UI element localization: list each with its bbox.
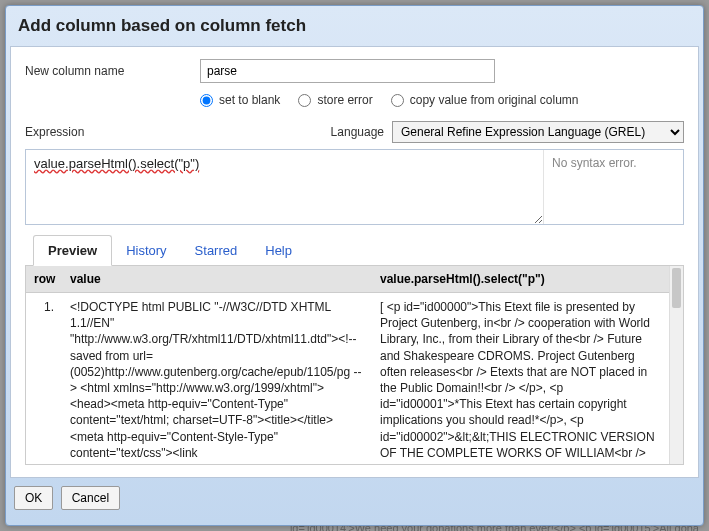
radio-store-error-label: store error xyxy=(317,93,372,107)
expression-label: Expression xyxy=(25,125,84,139)
tab-starred[interactable]: Starred xyxy=(181,236,252,265)
col-row: row xyxy=(26,266,62,293)
preview-table: row value value.parseHtml().select("p") … xyxy=(26,266,669,464)
radio-copy-value-input[interactable] xyxy=(391,94,404,107)
col-result: value.parseHtml().select("p") xyxy=(372,266,669,293)
tabs: Preview History Starred Help xyxy=(25,235,684,266)
radio-store-error[interactable]: store error xyxy=(298,93,372,107)
radio-set-to-blank-input[interactable] xyxy=(200,94,213,107)
col-value: value xyxy=(62,266,372,293)
tab-help[interactable]: Help xyxy=(251,236,306,265)
dialog: Add column based on column fetch New col… xyxy=(5,5,704,526)
table-row: 1. <!DOCTYPE html PUBLIC "-//W3C//DTD XH… xyxy=(26,293,669,465)
scrollbar-thumb[interactable] xyxy=(672,268,681,308)
radio-copy-value[interactable]: copy value from original column xyxy=(391,93,579,107)
radio-set-to-blank-label: set to blank xyxy=(219,93,280,107)
syntax-status: No syntax error. xyxy=(543,150,683,224)
cell-value: <!DOCTYPE html PUBLIC "-//W3C//DTD XHTML… xyxy=(62,293,372,465)
tab-preview[interactable]: Preview xyxy=(33,235,112,266)
new-column-name-input[interactable] xyxy=(200,59,495,83)
preview-panel: row value value.parseHtml().select("p") … xyxy=(25,266,684,465)
expression-input[interactable] xyxy=(26,150,543,224)
error-handling-radios: set to blank store error copy value from… xyxy=(200,93,684,107)
language-select[interactable]: General Refine Expression Language (GREL… xyxy=(392,121,684,143)
dialog-title: Add column based on column fetch xyxy=(10,10,699,46)
language-label: Language xyxy=(331,125,384,139)
new-column-name-label: New column name xyxy=(25,64,200,78)
radio-copy-value-label: copy value from original column xyxy=(410,93,579,107)
dialog-body: New column name set to blank store error… xyxy=(10,46,699,478)
dialog-footer: OK Cancel xyxy=(10,478,699,510)
expression-area: No syntax error. xyxy=(25,149,684,225)
cell-row-num: 1. xyxy=(26,293,62,465)
ok-button[interactable]: OK xyxy=(14,486,53,510)
radio-store-error-input[interactable] xyxy=(298,94,311,107)
cancel-button[interactable]: Cancel xyxy=(61,486,120,510)
scrollbar[interactable] xyxy=(669,266,683,464)
tab-history[interactable]: History xyxy=(112,236,180,265)
cell-result: [ <p id="id00000">This Etext file is pre… xyxy=(372,293,669,465)
radio-set-to-blank[interactable]: set to blank xyxy=(200,93,280,107)
